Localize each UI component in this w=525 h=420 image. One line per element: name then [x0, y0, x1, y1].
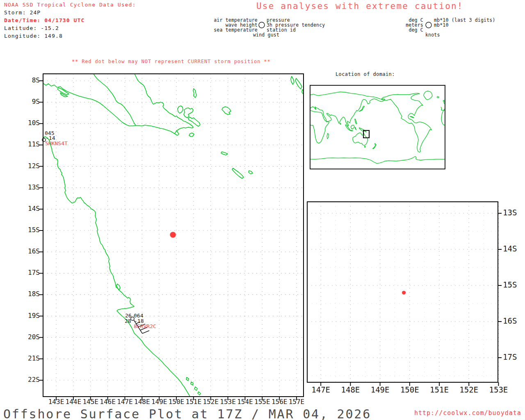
main-y-tick-label: 22S [18, 377, 40, 383]
fergusson-island [184, 108, 193, 118]
main-y-tick-label: 19S [18, 313, 40, 320]
main-y-tick-label: 21S [18, 355, 40, 362]
zoom-y-tick-label: 13S [503, 209, 525, 217]
png-north-coast [135, 74, 193, 134]
main-y-tick-label: 11S [18, 141, 40, 148]
rossel-island [249, 171, 253, 174]
island-sliver-151e [193, 89, 196, 98]
source-url: http://coolwx.com/buoydata [414, 410, 521, 417]
legend-unit-sea: deg C [386, 27, 423, 32]
main-x-tick-label: 156E [270, 399, 288, 406]
whitsunday-islet-3 [194, 387, 197, 390]
legend-units-circle [426, 22, 431, 28]
station1-id: 5HKNS4T [45, 141, 68, 146]
main-y-tick-label: 10S [18, 120, 40, 127]
main-y-tick-label: 12S [18, 163, 40, 170]
whitsunday-islet-2 [191, 382, 193, 385]
main-x-tick-label: 153E [219, 399, 237, 406]
zoom-x-tick-label: 150E [397, 386, 422, 394]
header-source: NOAA SSD Tropical Cyclone Data Used: [4, 2, 136, 8]
legend-unit-gust: knots [425, 32, 440, 37]
solomon-sliver-1 [291, 76, 294, 84]
world-map-coastline [310, 91, 445, 164]
axis-ticks [39, 81, 502, 400]
header-longitude: Longitude: 149.8 [4, 33, 63, 39]
tagula-island [232, 168, 244, 178]
whitsunday-islet-4 [198, 392, 201, 395]
misima-island [221, 152, 228, 155]
zoom-x-tick-label: 152E [457, 386, 481, 394]
legend-wind-gust: wind gust [253, 32, 279, 37]
zoom-x-tick-label: 147E [308, 386, 333, 394]
legend-sea-temperature: sea temperature [205, 27, 258, 32]
zoom-x-tick-label: 148E [338, 386, 363, 394]
normanby-island [188, 117, 200, 126]
goodenough-island [178, 106, 183, 113]
header-datetime: Date/Time: 04/1730 UTC [4, 18, 84, 23]
main-x-tick-label: 150E [167, 399, 185, 406]
storm-position-warning: ** Red dot below may NOT represent CURRE… [72, 59, 270, 64]
domain-inset-title: Location of domain: [336, 72, 395, 77]
header-latitude: Latitude: -15.2 [4, 25, 59, 31]
main-x-tick-label: 148E [133, 399, 151, 406]
header-storm: Storm: 24P [4, 10, 41, 16]
hinchinbrook-island [116, 284, 120, 290]
zoom-y-tick-label: 17S [503, 353, 525, 361]
zoom-x-tick-label: 149E [368, 386, 393, 394]
queensland-coast [43, 137, 190, 397]
zoom-x-tick-label: 151E [427, 386, 452, 394]
main-x-tick-label: 157E [288, 399, 306, 406]
main-x-tick-label: 145E [82, 399, 100, 406]
zoom-x-tick-label: 153E [486, 386, 511, 394]
main-y-tick-label: 15S [18, 227, 40, 234]
solomon-sliver-2 [295, 78, 302, 89]
main-y-tick-label: 20S [18, 334, 40, 341]
main-y-tick-label: 17S [18, 269, 40, 276]
woodlark-island [222, 107, 231, 114]
main-x-tick-label: 155E [253, 399, 271, 406]
zoom-y-tick-label: 16S [503, 317, 525, 325]
zoom-y-tick-label: 14S [503, 245, 525, 253]
main-y-tick-label: 14S [18, 205, 40, 212]
main-y-tick-label: 8S [18, 77, 40, 84]
island-se-eastcape [189, 133, 194, 137]
storm-position-dot-main [170, 232, 176, 237]
png-gulf-coast [94, 74, 136, 125]
main-x-tick-label: 151E [185, 399, 203, 406]
main-x-tick-label: 152E [202, 399, 220, 406]
station2-sea-temp: 28 [125, 318, 131, 324]
main-x-tick-label: 143E [47, 399, 65, 406]
main-y-tick-label: 18S [18, 291, 40, 298]
main-x-tick-label: 154E [236, 399, 254, 406]
station2-id: 8FRVR2C [134, 324, 156, 329]
zoom-y-tick-label: 15S [503, 281, 525, 289]
legend-station-id: station id [267, 27, 296, 32]
offshore-surface-plot-page: NOAA SSD Tropical Cyclone Data Used: Sto… [0, 0, 525, 420]
legend-station-circle [259, 22, 265, 28]
main-x-tick-label: 146E [99, 399, 117, 406]
main-y-tick-label: 13S [18, 184, 40, 191]
main-x-tick-label: 144E [64, 399, 82, 406]
main-y-tick-label: 9S [18, 98, 40, 105]
caution-banner: Use analyses with extreme caution! [256, 2, 463, 11]
storm-position-dot-zoom [402, 291, 406, 294]
main-x-tick-label: 147E [116, 399, 134, 406]
png-south-coast [43, 83, 179, 135]
plot-title: Offshore Surface Plot at 17Z / MAR 04, 2… [3, 408, 371, 420]
main-y-tick-label: 16S [18, 248, 40, 255]
whitsunday-islet-1 [186, 377, 189, 381]
legend-unit-tendency: mb*10 [434, 23, 449, 27]
main-x-tick-label: 149E [150, 399, 168, 406]
